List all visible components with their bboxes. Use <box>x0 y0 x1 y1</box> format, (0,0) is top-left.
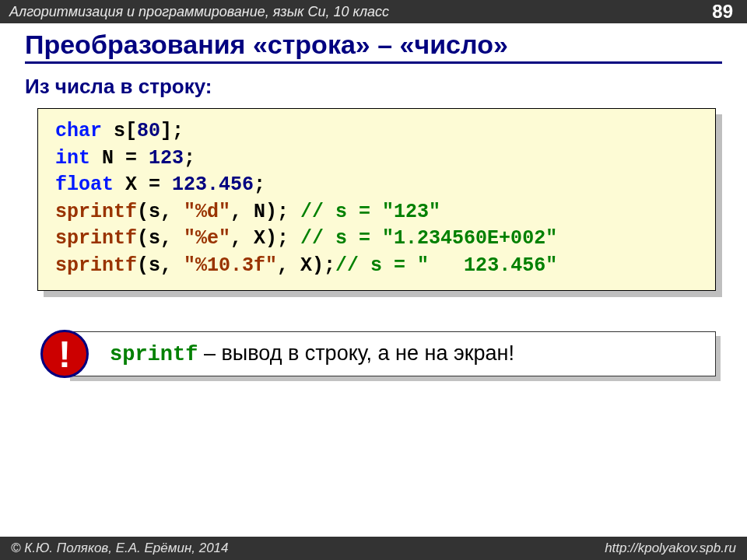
copyright: © К.Ю. Поляков, Е.А. Ерёмин, 2014 <box>11 541 229 556</box>
code-text: (s, <box>137 201 184 223</box>
fn-sprintf: sprintf <box>55 227 137 250</box>
kw-float: float <box>55 173 114 196</box>
header-bar: Алгоритмизация и программирование, язык … <box>0 0 747 23</box>
code-text: , N); <box>230 201 289 223</box>
code-text: (s, <box>137 254 184 277</box>
page-title: Преобразования «строка» – «число» <box>25 30 722 60</box>
code-text: ]; <box>160 120 184 142</box>
kw-int: int <box>55 147 90 170</box>
fn-sprintf: sprintf <box>55 201 137 223</box>
comment: // s = "123" <box>289 201 440 223</box>
code-text: (s, <box>137 227 184 250</box>
comment: // s = " 123.456" <box>335 254 557 277</box>
code-text: ; <box>254 173 265 196</box>
fn-sprintf: sprintf <box>55 254 137 277</box>
num: 123.456 <box>172 173 254 196</box>
code-text: , X); <box>277 254 335 277</box>
code-box: char s[80]; int N = 123; float X = 123.4… <box>37 108 716 291</box>
kw-char: char <box>55 120 102 142</box>
note-box: sprintf – вывод в строку, а не на экран! <box>65 331 716 376</box>
note-block: ! sprintf – вывод в строку, а не на экра… <box>65 331 716 376</box>
comment: // s = "1.234560E+002" <box>289 227 557 250</box>
code-text: N = <box>90 147 149 170</box>
string-lit: "%d" <box>184 201 230 223</box>
string-lit: "%e" <box>184 227 230 250</box>
page-number: 89 <box>712 1 733 23</box>
title-block: Преобразования «строка» – «число» <box>0 23 747 67</box>
code-text: ; <box>184 147 195 170</box>
code-text: , X); <box>230 227 289 250</box>
title-rule <box>25 61 722 64</box>
note-sprintf: sprintf <box>110 343 198 366</box>
footer-bar: © К.Ю. Поляков, Е.А. Ерёмин, 2014 http:/… <box>0 537 747 560</box>
num: 123 <box>149 147 184 170</box>
note-text: – вывод в строку, а не на экран! <box>198 341 514 365</box>
string-lit: "%10.3f" <box>184 254 277 277</box>
slide: Алгоритмизация и программирование, язык … <box>0 0 747 560</box>
code-text: s[ <box>102 120 137 142</box>
course-title: Алгоритмизация и программирование, язык … <box>9 4 389 20</box>
subtitle: Из числа в строку: <box>0 67 747 108</box>
code-block: char s[80]; int N = 123; float X = 123.4… <box>37 108 716 291</box>
num: 80 <box>137 120 160 142</box>
code-text: X = <box>114 173 172 196</box>
exclamation-badge: ! <box>40 330 89 378</box>
site-link: http://kpolyakov.spb.ru <box>605 541 736 556</box>
